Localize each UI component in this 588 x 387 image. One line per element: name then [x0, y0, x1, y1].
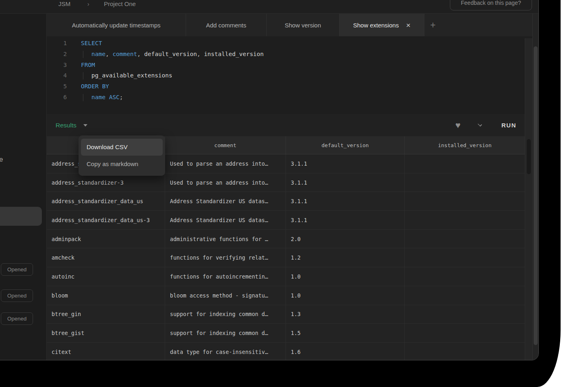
- code-token: ,: [197, 51, 204, 57]
- sidebar-selected-item[interactable]: [0, 207, 42, 226]
- sql-editor[interactable]: 1SELECT2name, comment, default_version, …: [47, 36, 539, 114]
- code-token: [106, 94, 109, 100]
- code-line: 5ORDER BY: [47, 81, 539, 92]
- table-cell: autoinc: [47, 267, 165, 286]
- table-cell: address_standardizer_data_us: [47, 192, 165, 210]
- results-toolbar: Results ♥ RUN: [47, 114, 539, 136]
- table-cell: address_standardizer-3: [47, 173, 165, 192]
- tab-show-extensions[interactable]: Show extensions×: [340, 14, 424, 36]
- table-row[interactable]: amcheckfunctions for verifying relat…1.2: [47, 248, 525, 267]
- table-cell: btree_gin: [47, 305, 165, 324]
- code-line: 1SELECT: [47, 38, 539, 49]
- table-cell: Address Standardizer US datas…: [165, 192, 286, 210]
- line-number: 2: [47, 49, 67, 60]
- column-header-default_version[interactable]: default_version: [286, 136, 405, 154]
- indent-guide: [83, 94, 91, 101]
- chevron-down-icon[interactable]: [478, 122, 483, 127]
- table-scrollbar-track[interactable]: [525, 38, 532, 360]
- results-table-body: address_standardizerUsed to parse an add…: [47, 154, 525, 360]
- results-dropdown[interactable]: Results: [56, 114, 77, 136]
- table-cell: 1.6: [286, 343, 405, 360]
- status-badge-opened: Opened: [1, 263, 33, 276]
- table-cell: functions for autoincrementin…: [165, 267, 286, 286]
- code-token: ORDER BY: [81, 83, 109, 89]
- line-number: 6: [47, 92, 67, 103]
- table-row[interactable]: address_standardizer_data_usAddress Stan…: [47, 192, 525, 211]
- table-row[interactable]: address_standardizer_data_us-3Address St…: [47, 211, 525, 230]
- line-number: 3: [47, 60, 67, 71]
- column-header-comment[interactable]: comment: [165, 136, 286, 154]
- menu-item-copy-as-markdown[interactable]: Copy as markdown: [81, 156, 163, 173]
- breadcrumb-page: Project One: [104, 0, 136, 11]
- sidebar-item-label-fragment: e: [0, 156, 3, 164]
- tab-show-version[interactable]: Show version: [267, 14, 340, 36]
- query-tab-bar: Automatically update timestampsAdd comme…: [47, 14, 539, 36]
- new-tab-button[interactable]: +: [424, 14, 441, 36]
- table-row[interactable]: address_standardizer-3Used to parse an a…: [47, 173, 525, 192]
- table-cell: data type for case-insensitiv…: [165, 343, 286, 360]
- table-cell: 2.0: [286, 230, 405, 248]
- table-cell: adminpack: [47, 230, 165, 248]
- tab-automatically-update-timestamps[interactable]: Automatically update timestamps: [47, 14, 186, 36]
- table-cell: [405, 286, 525, 305]
- table-cell: citext: [47, 343, 165, 360]
- table-cell: amcheck: [47, 248, 165, 267]
- code-token: default_version: [144, 51, 197, 57]
- code-text: name, comment, default_version, installe…: [81, 49, 264, 60]
- table-cell: functions for verifying relat…: [165, 248, 286, 267]
- table-cell: [405, 173, 525, 192]
- code-token: ASC: [109, 94, 120, 100]
- table-row[interactable]: citextdata type for case-insensitiv…1.6: [47, 343, 525, 360]
- line-number: 1: [47, 38, 67, 49]
- tab-label: Show version: [285, 22, 321, 29]
- table-cell: support for indexing common d…: [165, 324, 286, 342]
- column-header-installed_version[interactable]: installed_version: [405, 136, 525, 154]
- main-panel: Automatically update timestampsAdd comme…: [47, 14, 539, 360]
- status-badge-opened: Opened: [1, 289, 33, 302]
- table-cell: [405, 305, 525, 324]
- menu-item-download-csv[interactable]: Download CSV: [81, 139, 163, 156]
- favorite-heart-icon[interactable]: ♥: [451, 114, 465, 136]
- table-cell: address_standardizer_data_us-3: [47, 211, 165, 229]
- code-text: pg_available_extensions: [81, 70, 172, 81]
- tab-label: Automatically update timestamps: [72, 22, 160, 29]
- code-token: ,: [106, 51, 112, 57]
- table-cell: 3.1.1: [286, 211, 405, 229]
- code-line: 4pg_available_extensions: [47, 70, 539, 81]
- tab-label: Show extensions: [353, 22, 399, 29]
- table-cell: [405, 211, 525, 229]
- breadcrumb-chevron-icon: ›: [87, 0, 89, 11]
- code-token: name: [91, 94, 106, 100]
- code-text: SELECT: [81, 38, 102, 49]
- run-button[interactable]: RUN: [501, 114, 516, 136]
- table-row[interactable]: btree_gistsupport for indexing common d……: [47, 324, 525, 343]
- line-number: 4: [47, 70, 67, 81]
- code-token: ,: [137, 51, 144, 57]
- code-line: 2name, comment, default_version, install…: [47, 49, 539, 60]
- window-scrollbar-thumb[interactable]: [534, 46, 538, 345]
- table-cell: btree_gist: [47, 324, 165, 342]
- table-cell: Used to parse an address into…: [165, 173, 286, 192]
- close-tab-icon[interactable]: ×: [406, 21, 410, 29]
- app-window: JSM › Project One Feedback on this page?…: [0, 0, 539, 360]
- table-cell: [405, 248, 525, 267]
- table-cell: [405, 192, 525, 210]
- table-row[interactable]: bloombloom access method - signatu…1.0: [47, 286, 525, 305]
- tab-add-comments[interactable]: Add comments: [186, 14, 267, 36]
- table-row[interactable]: btree_ginsupport for indexing common d…1…: [47, 305, 525, 324]
- code-text: ORDER BY: [81, 81, 109, 92]
- table-cell: 1.2: [286, 248, 405, 267]
- table-cell: bloom access method - signatu…: [165, 286, 286, 305]
- table-row[interactable]: adminpackadministrative functions for …2…: [47, 230, 525, 249]
- table-cell: bloom: [47, 286, 165, 305]
- table-cell: support for indexing common d…: [165, 305, 286, 324]
- table-cell: [405, 230, 525, 248]
- table-scrollbar-thumb[interactable]: [527, 139, 531, 174]
- table-cell: 3.1.1: [286, 154, 405, 173]
- feedback-button[interactable]: Feedback on this page?: [450, 0, 532, 10]
- results-context-menu: Download CSVCopy as markdown: [79, 135, 165, 176]
- code-text: FROM: [81, 60, 95, 71]
- breadcrumb-project[interactable]: JSM: [58, 0, 70, 11]
- table-row[interactable]: autoincfunctions for autoincrementin…1.0: [47, 267, 525, 286]
- code-token: pg_available_extensions: [91, 72, 172, 79]
